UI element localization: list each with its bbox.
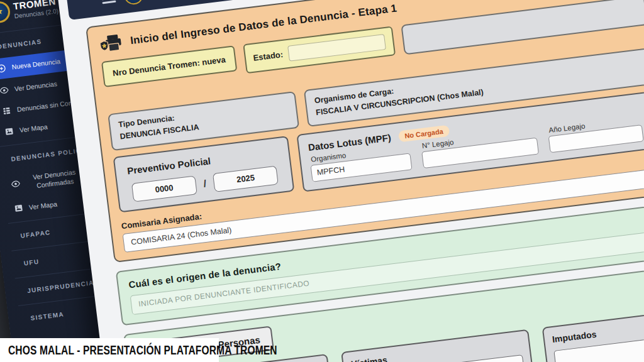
map-icon — [4, 126, 14, 137]
map-icon — [13, 203, 24, 214]
imputados-panel: Imputados + Agregar Imputado — [542, 304, 644, 362]
plus-circle-icon — [0, 63, 7, 74]
list-grid-icon — [1, 106, 12, 116]
preventivo-numero-input[interactable] — [131, 175, 197, 202]
victimas-panel: Víctimas + — [341, 329, 545, 362]
app-window: Nueva Denuncia Inicio del Ingreso de Dat… — [57, 0, 644, 362]
eye-icon — [0, 85, 9, 96]
caption-bar: CHOS MALAL - PRESENTACIÓN PLATAFORMA TRO… — [0, 338, 219, 362]
navbar-logo-icon — [123, 0, 144, 6]
nro-denuncia-box: Nro Denuncia Tromen: nueva — [101, 45, 237, 87]
preventivo-anio-input[interactable] — [213, 165, 279, 192]
main-content: Inicio del Ingreso de Datos de la Denunc… — [69, 0, 644, 362]
presentation-slide: TROMEN Denuncias (2.0) DENUNCIAS Nueva D… — [0, 0, 644, 362]
eye-icon — [11, 178, 21, 189]
caption-text: CHOS MALAL - PRESENTACIÓN PLATAFORMA TRO… — [8, 343, 277, 358]
estado-label: Estado: — [253, 50, 284, 63]
denuncia-printer-shield-icon — [99, 33, 124, 54]
menu-toggle-icon[interactable] — [101, 0, 116, 4]
estado-input[interactable] — [287, 34, 386, 62]
slash-separator: / — [203, 178, 208, 189]
tromen-logo-icon — [0, 0, 11, 24]
